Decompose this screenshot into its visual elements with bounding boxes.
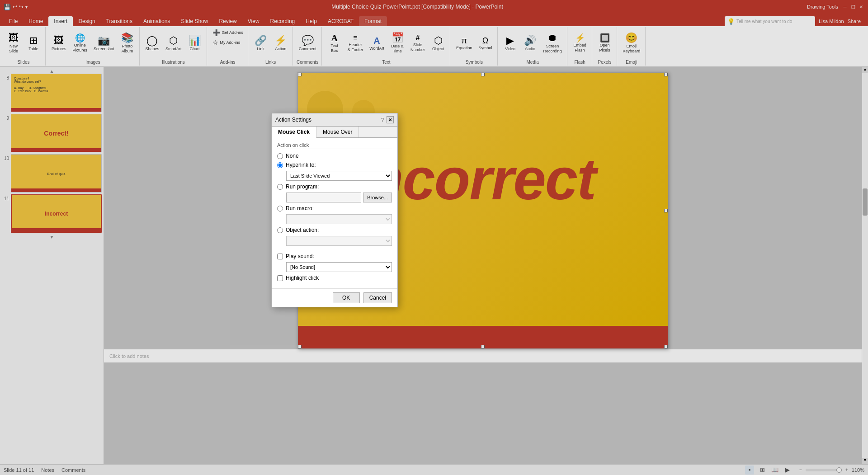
dialog-titlebar: Action Settings ? ✕ xyxy=(272,113,397,127)
run-macro-dropdown-row xyxy=(286,214,392,224)
run-macro-label: Run macro: xyxy=(286,205,314,212)
dialog-title: Action Settings xyxy=(275,117,311,123)
none-radio[interactable] xyxy=(277,153,283,159)
run-macro-dropdown[interactable] xyxy=(286,214,392,224)
object-action-radio[interactable] xyxy=(277,227,283,233)
dialog-help-button[interactable]: ? xyxy=(381,117,384,122)
sound-dropdown-row: [No Sound] xyxy=(286,262,392,272)
play-sound-checkbox[interactable] xyxy=(277,254,283,259)
run-macro-radio[interactable] xyxy=(277,206,283,212)
play-sound-row: Play sound: xyxy=(277,253,392,259)
hyperlink-dropdown-row: Last Slide Viewed xyxy=(286,171,392,181)
run-program-label: Run program: xyxy=(286,183,319,190)
dialog-tabs: Mouse Click Mouse Over xyxy=(272,127,397,138)
highlight-click-checkbox[interactable] xyxy=(277,275,283,281)
play-sound-label: Play sound: xyxy=(286,253,314,259)
object-action-radio-row: Object action: xyxy=(277,227,392,233)
hyperlink-label: Hyperlink to: xyxy=(286,162,316,168)
run-program-input[interactable] xyxy=(286,193,361,202)
browse-button[interactable]: Browse... xyxy=(363,193,392,202)
hyperlink-radio-row: Hyperlink to: xyxy=(277,162,392,168)
mouse-over-tab[interactable]: Mouse Over xyxy=(316,127,359,137)
hyperlink-dropdown[interactable]: Last Slide Viewed xyxy=(286,171,392,181)
highlight-click-label: Highlight click xyxy=(286,275,319,281)
action-on-click-label: Action on click xyxy=(277,142,392,149)
sound-dropdown[interactable]: [No Sound] xyxy=(286,262,392,272)
run-program-radio[interactable] xyxy=(277,184,283,190)
dialog-close-button[interactable]: ✕ xyxy=(387,116,394,123)
highlight-click-row: Highlight click xyxy=(277,275,392,281)
ok-button[interactable]: OK xyxy=(333,292,360,303)
mouse-click-tab[interactable]: Mouse Click xyxy=(272,127,316,138)
object-action-label: Object action: xyxy=(286,227,319,233)
dialog-overlay: Action Settings ? ✕ Mouse Click Mouse Ov… xyxy=(0,0,868,475)
hyperlink-radio[interactable] xyxy=(277,162,283,168)
run-macro-radio-row: Run macro: xyxy=(277,205,392,212)
dialog-footer: OK Cancel xyxy=(272,288,397,307)
run-program-input-row: Browse... xyxy=(286,193,392,202)
dialog-body: Action on click None Hyperlink to: Last … xyxy=(272,138,397,288)
object-action-dropdown-row xyxy=(286,236,392,246)
cancel-button[interactable]: Cancel xyxy=(363,292,392,303)
action-settings-dialog: Action Settings ? ✕ Mouse Click Mouse Ov… xyxy=(271,113,398,307)
none-radio-row: None xyxy=(277,153,392,159)
run-program-radio-row: Run program: xyxy=(277,183,392,190)
object-action-dropdown[interactable] xyxy=(286,236,392,246)
none-label: None xyxy=(286,153,299,159)
